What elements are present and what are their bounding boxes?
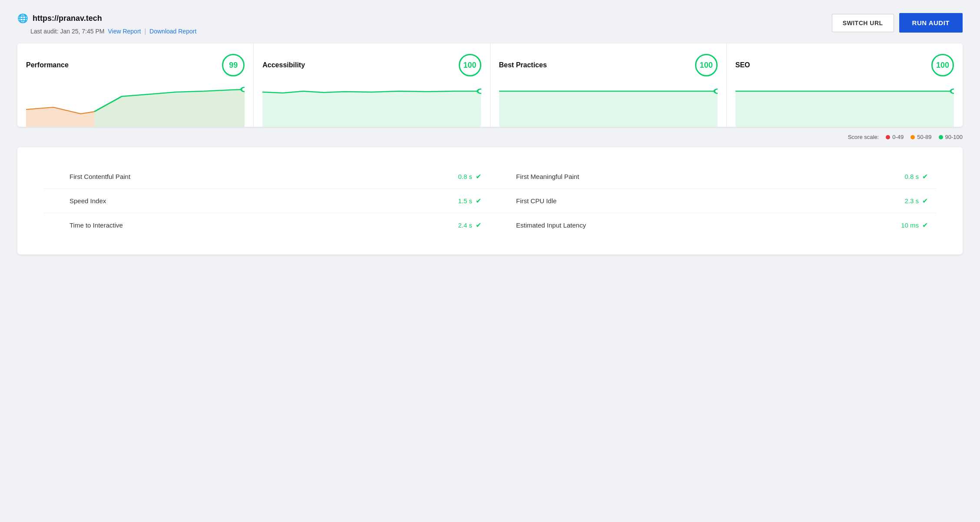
performance-header: Performance 99 <box>26 54 245 76</box>
fmp-check-icon: ✔ <box>922 172 928 181</box>
fmp-value: 0.8 s <box>904 173 919 180</box>
eil-value: 10 ms <box>901 221 919 229</box>
switch-url-button[interactable]: SWITCH URL <box>832 14 894 32</box>
score-scale-label: Score scale: <box>848 134 879 140</box>
performance-chart <box>26 83 245 127</box>
svg-marker-5 <box>499 91 718 127</box>
seo-circle: 100 <box>931 54 954 76</box>
divider: | <box>144 28 146 35</box>
best-practices-label: Best Practices <box>499 61 547 69</box>
svg-point-8 <box>950 89 954 93</box>
best-practices-chart <box>499 83 718 127</box>
fci-check-icon: ✔ <box>922 197 928 205</box>
svg-point-6 <box>714 89 718 93</box>
header-left: 🌐 https://pranav.tech Last audit: Jan 25… <box>17 13 196 35</box>
fci-label: First CPU Idle <box>516 197 904 205</box>
metric-row-si: Speed Index 1.5 s ✔ <box>43 189 490 213</box>
svg-marker-1 <box>94 89 245 127</box>
audit-row: Last audit: Jan 25, 7:45 PM View Report … <box>30 28 196 35</box>
eil-check-icon: ✔ <box>922 221 928 229</box>
si-check-icon: ✔ <box>476 197 481 205</box>
best-practices-circle: 100 <box>695 54 718 76</box>
best-practices-header: Best Practices 100 <box>499 54 718 76</box>
orange-dot <box>910 135 915 139</box>
svg-marker-3 <box>262 91 481 127</box>
performance-label: Performance <box>26 61 69 69</box>
accessibility-label: Accessibility <box>262 61 305 69</box>
fcp-label: First Contentful Paint <box>70 173 458 180</box>
metric-row-fmp: First Meaningful Paint 0.8 s ✔ <box>490 165 937 189</box>
svg-marker-7 <box>735 91 954 127</box>
performance-panel: Performance 99 <box>17 43 254 127</box>
scale-orange: 50-89 <box>910 134 931 140</box>
metrics-card: First Contentful Paint 0.8 s ✔ First Mea… <box>17 147 963 254</box>
download-report-link[interactable]: Download Report <box>149 28 196 35</box>
seo-panel: SEO 100 <box>727 43 963 127</box>
view-report-link[interactable]: View Report <box>108 28 141 35</box>
accessibility-circle: 100 <box>459 54 481 76</box>
scale-red: 0-49 <box>886 134 904 140</box>
si-value: 1.5 s <box>458 197 472 205</box>
accessibility-chart <box>262 83 481 127</box>
seo-header: SEO 100 <box>735 54 954 76</box>
red-dot <box>886 135 890 139</box>
url-text: https://pranav.tech <box>33 14 102 23</box>
accessibility-header: Accessibility 100 <box>262 54 481 76</box>
svg-point-2 <box>241 87 245 92</box>
scale-green: 90-100 <box>939 134 963 140</box>
metrics-grid: First Contentful Paint 0.8 s ✔ First Mea… <box>43 165 937 237</box>
scores-card: Performance 99 Accessibility <box>17 43 963 127</box>
globe-icon: 🌐 <box>17 13 28 23</box>
si-label: Speed Index <box>70 197 458 205</box>
fcp-value: 0.8 s <box>458 173 472 180</box>
fci-value: 2.3 s <box>904 197 919 205</box>
scale-green-label: 90-100 <box>945 134 963 140</box>
seo-label: SEO <box>735 61 750 69</box>
score-scale-row: Score scale: 0-49 50-89 90-100 <box>17 134 963 140</box>
eil-label: Estimated Input Latency <box>516 221 901 229</box>
performance-score: 99 <box>229 61 238 70</box>
accessibility-score: 100 <box>463 61 476 70</box>
metric-row-tti: Time to Interactive 2.4 s ✔ <box>43 213 490 237</box>
fcp-check-icon: ✔ <box>476 172 481 181</box>
header-right: SWITCH URL RUN AUDIT <box>832 13 963 33</box>
tti-value: 2.4 s <box>458 221 472 229</box>
seo-chart <box>735 83 954 127</box>
url-row: 🌐 https://pranav.tech <box>17 13 196 23</box>
best-practices-panel: Best Practices 100 <box>490 43 727 127</box>
green-dot <box>939 135 943 139</box>
seo-score: 100 <box>936 61 949 70</box>
metric-row-eil: Estimated Input Latency 10 ms ✔ <box>490 213 937 237</box>
best-practices-score: 100 <box>700 61 713 70</box>
accessibility-panel: Accessibility 100 <box>254 43 490 127</box>
metric-row-fcp: First Contentful Paint 0.8 s ✔ <box>43 165 490 189</box>
tti-label: Time to Interactive <box>70 221 458 229</box>
svg-point-4 <box>478 89 481 93</box>
scale-red-label: 0-49 <box>892 134 904 140</box>
performance-circle: 99 <box>222 54 245 76</box>
run-audit-button[interactable]: RUN AUDIT <box>899 13 963 33</box>
tti-check-icon: ✔ <box>476 221 481 229</box>
fmp-label: First Meaningful Paint <box>516 173 904 180</box>
scale-orange-label: 50-89 <box>917 134 931 140</box>
page-header: 🌐 https://pranav.tech Last audit: Jan 25… <box>17 13 963 35</box>
metric-row-fci: First CPU Idle 2.3 s ✔ <box>490 189 937 213</box>
last-audit-label: Last audit: Jan 25, 7:45 PM <box>30 28 104 35</box>
